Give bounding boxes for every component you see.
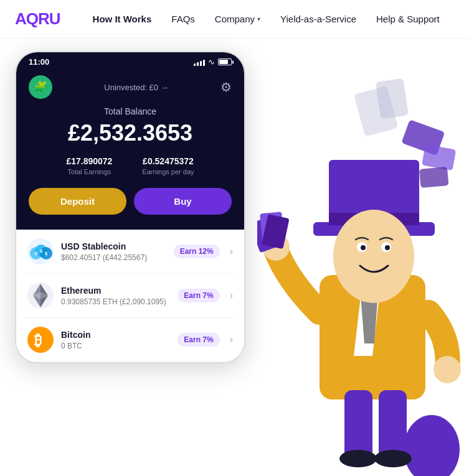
eth-value: 0.93085735 ETH (£2,090.1095) <box>61 297 170 306</box>
usd-icon: $ $ $ <box>27 238 54 264</box>
phone-header-top: 🧩 Uninvested: £0 → ⚙ <box>29 75 232 99</box>
usd-stablecoin-info: USD Stablecoin $602.40517 (£442.25567) <box>61 241 166 262</box>
company-dropdown-arrow: ▾ <box>257 16 260 22</box>
asset-item-eth[interactable]: Ethereum 0.93085735 ETH (£2,090.1095) Ea… <box>24 274 237 318</box>
svg-text:$: $ <box>45 251 48 256</box>
usd-stablecoin-name: USD Stablecoin <box>61 241 166 251</box>
deposit-button[interactable]: Deposit <box>29 188 126 215</box>
wifi-icon: ∿ <box>208 57 215 67</box>
nav-faqs[interactable]: FAQs <box>171 14 195 24</box>
navbar: AQRU How It Works FAQs Company ▾ Yield-a… <box>0 0 469 39</box>
buy-button[interactable]: Buy <box>134 188 232 215</box>
svg-point-38 <box>374 450 412 467</box>
eth-earn-badge: Earn 7% <box>178 289 219 302</box>
svg-text:$: $ <box>40 248 43 254</box>
svg-rect-17 <box>419 167 448 188</box>
svg-rect-16 <box>422 144 456 170</box>
asset-item-usd[interactable]: $ $ $ USD Stablecoin $602.40517 (£442.25… <box>24 230 237 274</box>
earnings-per-day-label: Earnings per day <box>142 168 194 175</box>
svg-point-28 <box>361 245 366 250</box>
svg-text:₿: ₿ <box>34 332 42 348</box>
svg-point-37 <box>339 450 377 467</box>
asset-item-btc[interactable]: ₿ Bitcoin 0 BTC Earn 7% › <box>24 318 237 362</box>
total-earnings-label: Total Earnings <box>66 168 112 175</box>
usd-chevron-right-icon: › <box>230 246 233 257</box>
eth-info: Ethereum 0.93085735 ETH (£2,090.1095) <box>61 286 170 306</box>
btc-chevron-right-icon: › <box>230 334 233 345</box>
svg-rect-36 <box>379 390 407 459</box>
eth-chevron-right-icon: › <box>230 290 233 301</box>
avatar[interactable]: 🧩 <box>29 75 52 99</box>
btc-info: Bitcoin 0 BTC <box>61 330 170 350</box>
uninvested-amount: Uninvested: £0 → <box>104 83 168 92</box>
btc-earn-badge: Earn 7% <box>178 333 219 347</box>
action-buttons: Deposit Buy <box>29 188 232 215</box>
eth-icon <box>27 282 54 309</box>
status-bar: 11:00 ∿ <box>16 52 244 69</box>
total-balance-label: Total Balance <box>104 106 156 116</box>
svg-point-29 <box>385 245 390 250</box>
status-icons: ∿ <box>194 57 232 67</box>
svg-rect-14 <box>376 78 409 119</box>
earnings-per-day-block: £0.52475372 Earnings per day <box>142 156 194 175</box>
logo[interactable]: AQRU <box>15 9 60 29</box>
main-content: 11:00 ∿ 🧩 U <box>0 39 469 376</box>
btc-name: Bitcoin <box>61 330 170 340</box>
svg-text:$: $ <box>35 251 38 256</box>
total-balance-amount: £2,532.3653 <box>68 120 192 146</box>
total-earnings-amount: £17.890072 <box>66 156 112 166</box>
nav-links: How It Works FAQs Company ▾ Yield-as-a-S… <box>93 14 454 24</box>
status-time: 11:00 <box>29 57 49 67</box>
settings-icon[interactable]: ⚙ <box>220 80 232 95</box>
phone-mockup: 11:00 ∿ 🧩 U <box>15 51 245 363</box>
total-earnings-block: £17.890072 Total Earnings <box>66 156 112 175</box>
battery-icon <box>218 58 232 65</box>
svg-rect-35 <box>344 390 372 459</box>
phone-header: 🧩 Uninvested: £0 → ⚙ Total Balance £2,53… <box>16 69 244 230</box>
btc-icon: ₿ <box>27 327 54 353</box>
eth-name: Ethereum <box>61 286 170 296</box>
svg-point-34 <box>433 356 461 383</box>
nav-company[interactable]: Company ▾ <box>215 14 260 24</box>
nav-help-support[interactable]: Help & Support <box>376 14 440 24</box>
logo-text-ru: RU <box>38 9 60 28</box>
asset-list: $ $ $ USD Stablecoin $602.40517 (£442.25… <box>16 230 244 362</box>
nav-how-it-works[interactable]: How It Works <box>93 14 152 24</box>
illustration <box>257 45 469 476</box>
phone-wrapper: 11:00 ∿ 🧩 U <box>15 51 277 363</box>
svg-point-25 <box>333 210 414 303</box>
nav-yield-as-a-service[interactable]: Yield-as-a-Service <box>280 14 356 24</box>
svg-point-18 <box>404 415 460 476</box>
earnings-row: £17.890072 Total Earnings £0.52475372 Ea… <box>66 156 194 175</box>
signal-icon <box>194 58 205 66</box>
usd-stablecoin-value: $602.40517 (£442.25567) <box>61 253 166 262</box>
btc-value: 0 BTC <box>61 342 170 350</box>
earnings-per-day-amount: £0.52475372 <box>142 156 194 166</box>
logo-text-aq: AQ <box>15 9 38 28</box>
usd-earn-badge: Earn 12% <box>174 245 220 258</box>
